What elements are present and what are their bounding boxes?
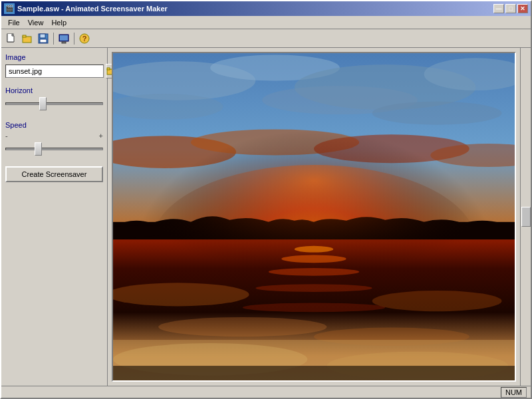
create-screensaver-button[interactable]: Create Screensaver bbox=[5, 166, 103, 182]
toolbar-save-button[interactable] bbox=[36, 31, 51, 46]
menu-view[interactable]: View bbox=[24, 17, 48, 28]
horizont-label: Horizont bbox=[5, 86, 103, 94]
svg-point-38 bbox=[243, 303, 385, 313]
horizont-section: Horizont bbox=[5, 86, 103, 113]
main-content: Image Horizont bbox=[1, 48, 531, 386]
speed-slider-thumb[interactable] bbox=[35, 142, 42, 156]
image-label: Image bbox=[5, 53, 103, 61]
svg-point-34 bbox=[295, 246, 333, 253]
svg-point-39 bbox=[113, 283, 249, 306]
preview-area bbox=[112, 52, 516, 382]
speed-label: Speed bbox=[5, 121, 103, 129]
menu-bar: File View Help bbox=[1, 16, 531, 29]
image-section: Image bbox=[5, 53, 103, 78]
speed-labels: - + bbox=[5, 132, 103, 140]
minimize-button[interactable]: — bbox=[493, 4, 504, 13]
svg-point-35 bbox=[281, 255, 346, 263]
toolbar-help-button[interactable]: ? bbox=[77, 31, 92, 46]
menu-file[interactable]: File bbox=[4, 17, 24, 28]
status-bar: NUM bbox=[1, 386, 531, 398]
speed-slider-track bbox=[5, 148, 103, 150]
svg-rect-8 bbox=[62, 42, 66, 43]
menu-help[interactable]: Help bbox=[47, 17, 70, 28]
close-button[interactable]: ✕ bbox=[517, 4, 528, 13]
svg-rect-7 bbox=[60, 35, 68, 41]
svg-point-37 bbox=[255, 284, 372, 292]
svg-text:?: ? bbox=[82, 35, 87, 43]
svg-rect-2 bbox=[23, 35, 26, 37]
window-title: Sample.asw - Animated Screensaver Maker bbox=[17, 5, 168, 13]
toolbar-separator-2 bbox=[74, 33, 74, 45]
title-bar: 🎬 Sample.asw - Animated Screensaver Make… bbox=[1, 1, 531, 16]
left-panel: Image Horizont bbox=[1, 48, 108, 386]
title-bar-text: 🎬 Sample.asw - Animated Screensaver Make… bbox=[4, 3, 168, 14]
speed-max-label: + bbox=[99, 132, 103, 140]
svg-point-40 bbox=[372, 291, 502, 311]
image-filename-input[interactable] bbox=[5, 65, 104, 78]
svg-point-20 bbox=[372, 102, 502, 125]
toolbar-new-button[interactable] bbox=[4, 31, 19, 46]
maximize-button[interactable]: □ bbox=[505, 4, 516, 13]
toolbar-preview-button[interactable] bbox=[57, 31, 71, 46]
svg-rect-4 bbox=[40, 34, 45, 38]
toolbar-separator bbox=[53, 33, 54, 45]
svg-rect-5 bbox=[40, 39, 47, 43]
horizont-slider-thumb[interactable] bbox=[39, 97, 47, 110]
horizont-slider-track bbox=[5, 102, 103, 105]
image-input-row bbox=[5, 64, 103, 78]
svg-point-41 bbox=[158, 317, 327, 336]
speed-slider-container bbox=[5, 142, 103, 156]
speed-min-label: - bbox=[5, 132, 8, 140]
toolbar-open-button[interactable] bbox=[20, 31, 35, 46]
horizont-slider-container bbox=[5, 97, 103, 110]
scrollbar-thumb[interactable] bbox=[521, 207, 531, 227]
svg-point-36 bbox=[269, 268, 359, 276]
svg-rect-46 bbox=[113, 366, 515, 380]
title-controls: — □ ✕ bbox=[493, 4, 528, 13]
sunset-preview-image bbox=[113, 53, 515, 380]
speed-section: Speed - + bbox=[5, 121, 103, 158]
num-lock-indicator: NUM bbox=[501, 387, 527, 398]
toolbar: ? bbox=[1, 29, 531, 48]
window-icon: 🎬 bbox=[4, 3, 15, 14]
main-window: 🎬 Sample.asw - Animated Screensaver Make… bbox=[0, 0, 532, 399]
vertical-scrollbar[interactable] bbox=[520, 48, 531, 386]
